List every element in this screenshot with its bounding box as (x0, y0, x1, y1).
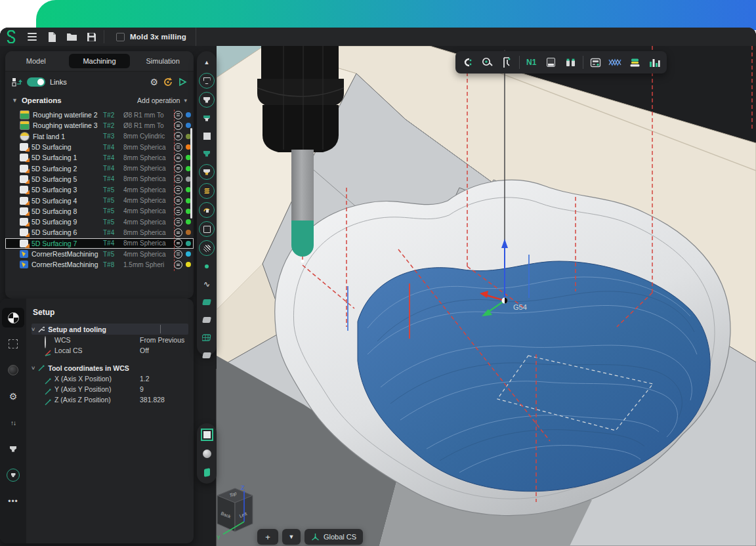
operation-row[interactable]: 5D Surfacing 5T#48mm Spherica (5, 174, 194, 184)
operation-status-icon[interactable] (174, 239, 182, 247)
control-panel-button[interactable] (587, 54, 603, 70)
setup-group-header[interactable]: ˅Tool coordinates in WCS (32, 362, 188, 373)
statistics-button[interactable] (647, 54, 663, 70)
tab-simulation[interactable]: Simulation (132, 54, 194, 68)
regenerate-icon[interactable] (163, 77, 173, 87)
setup-row-value[interactable]: Off (140, 346, 188, 354)
setup-group-header[interactable]: ˅Setup and tooling (32, 324, 188, 335)
solid-model-button[interactable] (199, 221, 215, 237)
point-display-button[interactable] (200, 259, 214, 274)
setup-row[interactable]: Y (Axis Y Position)9 (32, 384, 188, 394)
holder-visibility-button[interactable] (200, 146, 214, 161)
zoom-fit-button[interactable] (200, 428, 214, 442)
more-tools-button[interactable]: ••• (2, 492, 24, 511)
sort-tool-button[interactable]: ↑↓ (2, 413, 24, 432)
operation-status-icon[interactable] (174, 228, 182, 237)
curve-display-button[interactable]: ∿ (200, 277, 214, 291)
tool-list-button[interactable] (563, 54, 579, 70)
operation-status-icon[interactable] (174, 175, 182, 183)
operation-status-icon[interactable] (174, 143, 182, 152)
operation-row[interactable]: CornerRestMachiningT#54mm Spherica (5, 249, 194, 259)
tool-visibility-button[interactable] (200, 111, 214, 125)
machine-visibility-button[interactable] (199, 73, 215, 89)
setup-row[interactable]: X (Axis X Position)1.2 (32, 373, 188, 384)
operation-status-icon[interactable] (174, 207, 182, 215)
tool-definition-button[interactable] (2, 439, 24, 459)
tab-machining[interactable]: Machining (69, 54, 131, 68)
operation-row[interactable]: 5D SurfacingT#48mm Spherica (5, 142, 194, 152)
operation-row[interactable]: 5D Surfacing 4T#54mm Spherica (5, 195, 194, 205)
tool-tip-button[interactable] (199, 164, 215, 180)
selection-tool-button[interactable] (2, 334, 24, 354)
operation-status-icon[interactable] (174, 186, 182, 194)
operation-row[interactable]: CornerRestMachining 1T#81.5mm Spheri (5, 259, 194, 270)
surface-gray-button[interactable] (200, 312, 214, 327)
operation-color-dot[interactable] (186, 230, 191, 235)
settings-tool-button[interactable]: ⚙ (2, 387, 24, 406)
open-file-button[interactable] (62, 30, 81, 44)
operation-status-icon[interactable] (174, 196, 182, 205)
operation-color-dot[interactable] (186, 112, 191, 117)
save-button[interactable] (81, 30, 101, 44)
setup-row-value[interactable]: 381.828 (140, 396, 188, 404)
add-operation-button[interactable]: Add operation ▾ (137, 96, 187, 104)
setup-row-value[interactable]: From Previous (140, 336, 188, 344)
setup-row[interactable]: WCSFrom Previous (32, 335, 188, 345)
operation-status-icon[interactable] (174, 132, 182, 140)
operations-scrollbar[interactable] (190, 128, 192, 219)
operation-status-icon[interactable] (174, 261, 182, 269)
head-visibility-button[interactable] (199, 92, 215, 108)
operation-color-dot[interactable] (186, 262, 191, 267)
operation-color-dot[interactable] (186, 219, 191, 224)
wcs-tool-button[interactable] (2, 308, 24, 327)
play-icon[interactable] (178, 77, 187, 87)
operation-status-icon[interactable] (174, 111, 182, 119)
rotary-button[interactable] (199, 202, 215, 218)
stock-tool-button[interactable] (2, 360, 24, 380)
orientation-button[interactable] (200, 465, 214, 480)
machine-setup-button[interactable] (459, 54, 475, 70)
add-cs-button[interactable]: + (257, 529, 278, 545)
layers-button[interactable] (627, 54, 643, 70)
setup-row-value[interactable]: 9 (140, 385, 188, 393)
operation-row[interactable]: 5D Surfacing 7T#48mm Spherica (5, 238, 194, 249)
operation-row[interactable]: 5D Surfacing 6T#48mm Spherica (5, 227, 194, 238)
caliper-button[interactable] (499, 54, 514, 70)
main-menu-button[interactable] (22, 30, 42, 44)
surface-display-button[interactable] (200, 295, 214, 309)
mesh-display-button[interactable] (200, 330, 214, 345)
operation-row[interactable]: 5D Surfacing 3T#54mm Spherica (5, 184, 194, 195)
stock-compare-button[interactable] (543, 54, 559, 70)
measure-button[interactable] (479, 54, 495, 70)
operation-row[interactable]: 5D Surfacing 1T#48mm Spherica (5, 152, 194, 163)
cs-dropdown-button[interactable]: ▼ (282, 529, 301, 545)
setup-row[interactable]: Z (Axis Z Position)381.828 (32, 394, 188, 405)
orbit-button[interactable] (200, 446, 214, 461)
new-file-button[interactable] (42, 30, 62, 44)
toolpath-display-button[interactable] (607, 54, 623, 70)
hatch-section-button[interactable] (199, 240, 215, 256)
thread-button[interactable] (199, 183, 215, 199)
operation-row[interactable]: 5D Surfacing 2T#48mm Spherica (5, 163, 194, 173)
operation-row[interactable]: Roughing waterline 2T#2Ø8 R1 mm To (5, 110, 194, 120)
stock-visibility-button[interactable] (200, 129, 214, 143)
nc-program-button[interactable]: N1 (524, 54, 539, 70)
operation-status-icon[interactable] (174, 218, 182, 226)
plane-display-button[interactable] (200, 348, 214, 362)
operation-status-icon[interactable] (174, 250, 182, 259)
settings-gear-icon[interactable]: ⚙ (150, 77, 158, 87)
operation-status-icon[interactable] (174, 164, 182, 173)
chevron-down-icon[interactable]: ▼ (12, 97, 18, 104)
operation-color-dot[interactable] (186, 251, 191, 257)
global-cs-button[interactable]: Global CS (304, 529, 363, 545)
operation-row[interactable]: 5D Surfacing 8T#54mm Spherica (5, 206, 194, 217)
collapse-strip-button[interactable]: ▲ (200, 55, 214, 70)
setup-row-value[interactable]: 1.2 (140, 375, 188, 383)
operation-status-icon[interactable] (174, 121, 182, 130)
tab-model[interactable]: Model (5, 54, 67, 68)
links-toggle[interactable] (27, 77, 45, 87)
tool-in-circle-button[interactable] (2, 465, 24, 485)
operation-status-icon[interactable] (174, 154, 182, 162)
operation-color-dot[interactable] (186, 241, 191, 246)
operation-row[interactable]: Flat land 1T#38mm Cylindric (5, 131, 194, 142)
